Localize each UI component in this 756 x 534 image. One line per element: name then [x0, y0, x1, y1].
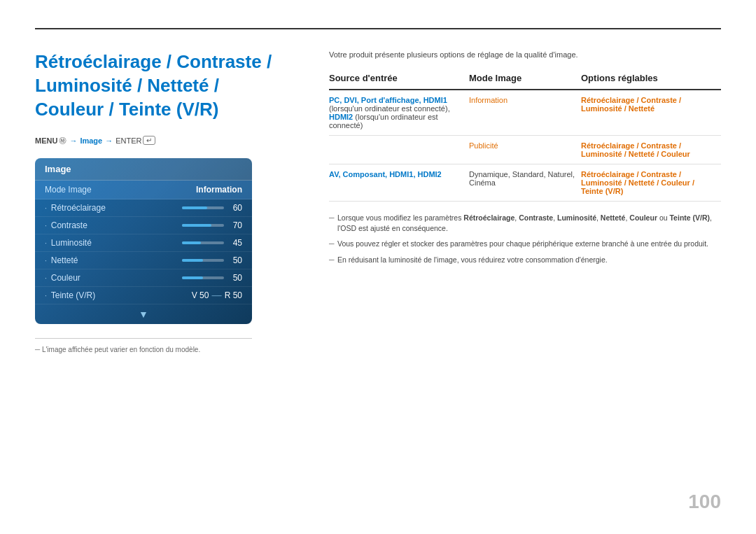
slider-fill	[182, 276, 203, 279]
tv-ui-header: Image	[35, 158, 252, 181]
note-bold-luminosite: Luminosité	[557, 213, 596, 222]
nav-enter: ENTER	[115, 136, 141, 145]
content-row: Rétroéclairage / Contraste / Luminosité …	[35, 50, 721, 506]
note-2: Vous pouvez régler et stocker des paramè…	[329, 239, 721, 249]
item-label-retroeclairage: Rétroéclairage	[51, 203, 182, 213]
info-table: Source d'entrée Mode Image Options régla…	[329, 70, 721, 202]
value-nettete: 50	[228, 255, 242, 265]
note-3: En réduisant la luminosité de l'image, v…	[329, 255, 721, 265]
source-cell-3: AV, Composant, HDMI1, HDMI2	[329, 164, 469, 202]
tv-ui-mode-value: Information	[196, 185, 242, 195]
slider-fill	[182, 224, 211, 227]
item-label-nettete: Netteté	[51, 255, 182, 265]
teinte-slider-icon: ──	[211, 292, 221, 300]
nav-arrow1: →	[69, 136, 77, 145]
item-label-teinte: Teinte (V/R)	[51, 290, 192, 300]
teinte-r-value: R 50	[225, 290, 242, 300]
right-column: Votre produit présente plusieurs options…	[315, 50, 721, 506]
menu-symbol: ㊙	[59, 135, 66, 146]
slider-retroeclairage	[182, 206, 224, 209]
slider-contraste	[182, 224, 224, 227]
table-row: PC, DVI, Port d'affichage, HDMI1 (lorsqu…	[329, 90, 721, 136]
options-cell-1: Rétroéclairage / Contraste / Luminosité …	[581, 90, 721, 136]
table-row: AV, Composant, HDMI1, HDMI2 Dynamique, S…	[329, 164, 721, 202]
mode-cell-3: Dynamique, Standard, Naturel, Cinéma	[469, 164, 581, 202]
top-rule	[35, 28, 721, 29]
left-footnote: L'image affichée peut varier en fonction…	[35, 338, 252, 353]
tv-ui-mode-label: Mode Image	[45, 185, 92, 195]
value-luminosite: 45	[228, 238, 242, 248]
slider-fill	[182, 241, 201, 244]
note-bold-contraste: Contraste	[519, 213, 553, 222]
item-dot: ·	[45, 222, 47, 230]
note-1: Lorsque vous modifiez les paramètres Rét…	[329, 213, 721, 233]
tv-ui-item-retroeclairage: · Rétroéclairage 60	[35, 199, 252, 217]
source-sub1: (lorsqu'un ordinateur est connecté),	[329, 104, 450, 113]
tv-ui-item-couleur: · Couleur 50	[35, 269, 252, 287]
source-cell-1: PC, DVI, Port d'affichage, HDMI1 (lorsqu…	[329, 90, 469, 136]
item-dot: ·	[45, 204, 47, 212]
slider-fill	[182, 259, 203, 262]
mode-cell-2: Publicité	[469, 136, 581, 164]
teinte-values: V 50 ── R 50	[192, 290, 242, 300]
tv-ui-item-contraste: · Contraste 70	[35, 217, 252, 234]
mode-cell-1: Information	[469, 90, 581, 136]
th-options: Options réglables	[581, 70, 721, 90]
item-dot: ·	[45, 292, 47, 300]
teinte-v-value: V 50	[192, 290, 209, 300]
slider-fill	[182, 206, 207, 209]
source-text-blue-1: PC, DVI, Port d'affichage, HDMI1	[329, 96, 447, 104]
mode-dynamique: Dynamique, Standard, Naturel, Cinéma	[469, 170, 575, 187]
slider-container: 50	[182, 273, 242, 283]
tv-ui-mockup: Image Mode Image Information · Rétroécla…	[35, 158, 252, 324]
nav-image: Image	[80, 136, 102, 145]
mode-publicite: Publicité	[469, 141, 498, 150]
page-number: 100	[688, 491, 721, 513]
options-text-2: Rétroéclairage / Contraste / Luminosité …	[581, 141, 690, 158]
item-dot: ·	[45, 239, 47, 247]
note-bold-retroeclairage: Rétroéclairage	[463, 213, 514, 222]
slider-nettete	[182, 259, 224, 262]
source-cell-2	[329, 136, 469, 164]
slider-luminosite	[182, 241, 224, 244]
tv-ui-down-arrow-icon: ▼	[139, 309, 148, 320]
slider-container: 50	[182, 255, 242, 265]
tv-ui-item-nettete: · Netteté 50	[35, 252, 252, 269]
slider-container: 45	[182, 238, 242, 248]
item-label-couleur: Couleur	[51, 273, 182, 283]
note-bold-nettete: Netteté	[601, 213, 626, 222]
menu-nav: MENU ㊙ → Image → ENTER ↵	[35, 135, 287, 146]
slider-container: 70	[182, 220, 242, 230]
options-cell-3: Rétroéclairage / Contraste / Luminosité …	[581, 164, 721, 202]
source-hdmi2: HDMI2	[329, 113, 353, 121]
slider-couleur	[182, 276, 224, 279]
table-row: Publicité Rétroéclairage / Contraste / L…	[329, 136, 721, 164]
value-contraste: 70	[228, 220, 242, 230]
slider-container: 60	[182, 203, 242, 213]
left-column: Rétroéclairage / Contraste / Luminosité …	[35, 50, 287, 506]
value-couleur: 50	[228, 273, 242, 283]
options-text-1: Rétroéclairage / Contraste / Luminosité …	[581, 96, 681, 113]
note-bold-teinte: Teinte (V/R)	[669, 213, 710, 222]
bullet-notes: Lorsque vous modifiez les paramètres Rét…	[329, 213, 721, 265]
value-retroeclairage: 60	[228, 203, 242, 213]
item-label-luminosite: Luminosité	[51, 238, 182, 248]
tv-ui-arrow-row: ▼	[35, 304, 252, 324]
enter-key-icon: ↵	[143, 136, 155, 145]
page-container: Rétroéclairage / Contraste / Luminosité …	[0, 0, 756, 534]
item-dot: ·	[45, 274, 47, 282]
item-dot: ·	[45, 257, 47, 265]
source-av: AV, Composant, HDMI1, HDMI2	[329, 170, 442, 178]
nav-arrow2: →	[105, 136, 113, 145]
item-label-contraste: Contraste	[51, 220, 182, 230]
options-text-3: Rétroéclairage / Contraste / Luminosité …	[581, 170, 694, 195]
options-cell-2: Rétroéclairage / Contraste / Luminosité …	[581, 136, 721, 164]
right-intro: Votre produit présente plusieurs options…	[329, 50, 721, 59]
th-source: Source d'entrée	[329, 70, 469, 90]
th-mode: Mode Image	[469, 70, 581, 90]
main-title: Rétroéclairage / Contraste / Luminosité …	[35, 50, 287, 121]
mode-information: Information	[469, 96, 507, 104]
tv-ui-item-teinte: · Teinte (V/R) V 50 ── R 50	[35, 287, 252, 304]
note-bold-couleur: Couleur	[629, 213, 657, 222]
menu-key: MENU	[35, 136, 57, 145]
